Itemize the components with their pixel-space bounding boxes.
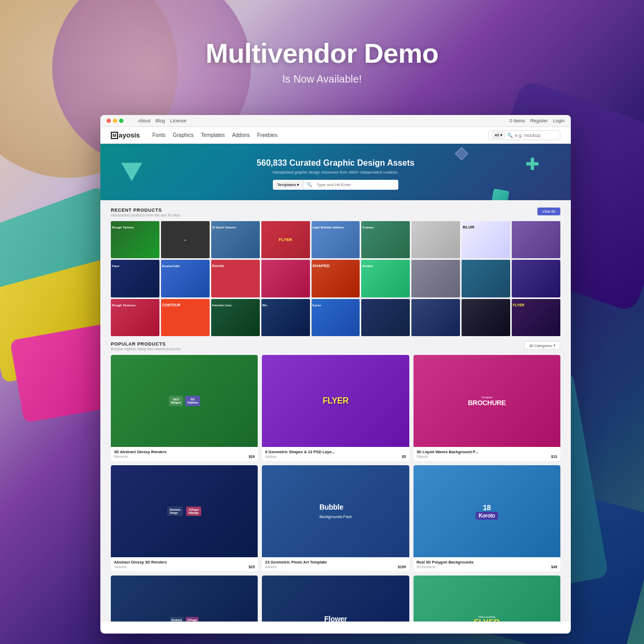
thumb-15[interactable]: Bubble xyxy=(361,260,410,297)
product-price-6: $49 xyxy=(551,565,557,569)
browser-dots xyxy=(107,119,123,123)
dot-green[interactable] xyxy=(119,119,123,123)
topbar-nav: About Blog License xyxy=(138,118,187,123)
banner-search-type[interactable]: Templates ▾ xyxy=(273,180,304,190)
product-thumb-5: BubbleBackgrounds Pack xyxy=(262,465,409,557)
product-meta-2: Addons $5 xyxy=(265,455,406,458)
blog-link[interactable]: Blog xyxy=(156,118,165,123)
chevron-down-icon: ▾ xyxy=(554,343,556,348)
search-icon: 🔍 xyxy=(304,182,312,187)
product-price-3: $13 xyxy=(551,455,557,458)
product-card-9[interactable]: Flat Looking FLYER 3D Liquid Waves Backg… xyxy=(413,576,560,622)
banner-triangle xyxy=(121,163,142,181)
thumb-20[interactable]: CONTOUR xyxy=(161,299,210,336)
dot-red[interactable] xyxy=(107,119,111,123)
product-card-5[interactable]: BubbleBackgrounds Pack 23 Geometric Phot… xyxy=(262,465,409,571)
login-link[interactable]: Login xyxy=(553,118,565,123)
recent-products-title: RECENT PRODUCTS xyxy=(111,208,180,213)
browser-content[interactable]: M ayosis Fonts Graphics Templates Addons… xyxy=(100,127,571,622)
thumb-5[interactable]: Light Bubble Addons xyxy=(312,221,360,258)
all-categories-button[interactable]: All Categories ▾ xyxy=(524,341,560,350)
popular-products-subtitle: Browse highest rating and viewed product… xyxy=(111,347,181,351)
thumb-26[interactable] xyxy=(462,299,510,336)
thumb-1[interactable]: Rough Texture xyxy=(111,221,159,258)
product-card-7[interactable]: BusinessBrochure 24 PagesInDesign 3D Abs… xyxy=(111,576,258,622)
browser-topbar: About Blog License 0 Items Register Logi… xyxy=(100,115,571,127)
thumb-27[interactable]: FLYER xyxy=(512,299,560,336)
thumb-9[interactable] xyxy=(512,221,560,258)
product-info-1: 3D Abstract Glossy Renders Elements $26 xyxy=(111,447,258,461)
product-meta-6: 3D Elements $49 xyxy=(417,565,557,569)
site-logo[interactable]: M ayosis xyxy=(111,131,140,139)
product-info-3: 3D Liquid Waves Background P... Objects … xyxy=(413,447,560,461)
thumb-3[interactable]: 30 Splash Textures xyxy=(211,221,260,258)
product-card-1[interactable]: GEOShapes PSAddons 3D Abstract Glossy Re… xyxy=(111,355,258,461)
nav-graphics[interactable]: Graphics xyxy=(173,132,194,138)
nav-freebies[interactable]: Freebies xyxy=(257,132,278,138)
thumb-23[interactable]: Kyrez xyxy=(312,299,360,336)
site-nav-links: Fonts Graphics Templates Addons Freebies xyxy=(152,132,277,138)
thumb-16[interactable] xyxy=(411,260,460,297)
thumb-22[interactable]: 50+ xyxy=(261,299,310,336)
cart-count[interactable]: 0 Items xyxy=(510,118,525,123)
thumb-7[interactable] xyxy=(411,221,460,258)
popular-products-header: POPULAR PRODUCTS Browse highest rating a… xyxy=(111,341,560,351)
product-meta-1: Elements $26 xyxy=(114,455,255,458)
site-search[interactable]: All ▾ 🔍 xyxy=(488,130,560,140)
thumb-19[interactable]: Rough Textures xyxy=(111,299,159,336)
recent-products-title-group: RECENT PRODUCTS Handpicked products from… xyxy=(111,208,180,217)
thumb-12[interactable]: Koroto xyxy=(211,260,260,297)
banner-plus-icon: ✚ xyxy=(525,154,539,174)
site-navbar: M ayosis Fonts Graphics Templates Addons… xyxy=(100,127,571,144)
popular-products-grid: GEOShapes PSAddons 3D Abstract Glossy Re… xyxy=(111,355,560,622)
product-card-3[interactable]: Creative BROCHURE 3D Liquid Waves Backgr… xyxy=(413,355,560,461)
thumb-11[interactable]: Brushed Addn xyxy=(161,260,210,297)
search-category-dropdown[interactable]: All ▾ xyxy=(492,132,505,139)
about-link[interactable]: About xyxy=(138,118,151,123)
thumb-6[interactable]: Frames xyxy=(361,221,410,258)
popular-products-title: POPULAR PRODUCTS xyxy=(111,341,181,347)
banner-search[interactable]: Templates ▾ 🔍 xyxy=(273,180,398,190)
hero-banner: ✚ 560,833 Curated Graphic Design Assets … xyxy=(100,144,571,200)
dot-yellow[interactable] xyxy=(113,119,117,123)
thumb-10[interactable]: Flare xyxy=(111,260,159,297)
thumb-14[interactable]: SHAPED xyxy=(312,260,360,297)
product-card-6[interactable]: 18 Koroto Real 3D Polygon Backgrounds 3D… xyxy=(413,465,560,571)
product-card-4[interactable]: BrochureDesign 24 PagesInDesign Abstract… xyxy=(111,465,258,571)
nav-fonts[interactable]: Fonts xyxy=(152,132,165,138)
section-separator xyxy=(111,336,560,341)
product-meta-5: Addons $199 xyxy=(265,565,406,569)
popular-products-title-group: POPULAR PRODUCTS Browse highest rating a… xyxy=(111,341,181,351)
banner-search-input[interactable] xyxy=(312,180,398,190)
thumb-13[interactable] xyxy=(261,260,310,297)
nav-addons[interactable]: Addons xyxy=(232,132,250,138)
product-price-1: $26 xyxy=(249,455,255,458)
thumb-4[interactable]: FLYER xyxy=(261,221,310,258)
nav-templates[interactable]: Templates xyxy=(201,132,225,138)
thumb-18[interactable] xyxy=(512,260,560,297)
view-all-button[interactable]: View All xyxy=(537,208,560,215)
thumb-21[interactable]: Futuristic Lines xyxy=(211,299,260,336)
search-input[interactable] xyxy=(515,133,557,138)
content-area: RECENT PRODUCTS Handpicked products from… xyxy=(100,200,571,622)
product-card-2[interactable]: FLYER 8 Geometric Shapes & 12 PSD Laye..… xyxy=(262,355,409,461)
product-thumb-8: Flower Addons xyxy=(262,576,409,622)
product-thumb-4: BrochureDesign 24 PagesInDesign xyxy=(111,465,258,557)
product-category-3: Objects xyxy=(417,455,428,458)
thumb-25[interactable] xyxy=(411,299,460,336)
product-thumb-1: GEOShapes PSAddons xyxy=(111,355,258,447)
product-name-6: Real 3D Polygon Backgrounds xyxy=(417,560,557,565)
browser-window: About Blog License 0 Items Register Logi… xyxy=(100,115,571,634)
thumb-24[interactable] xyxy=(361,299,410,336)
thumb-17[interactable] xyxy=(462,260,510,297)
thumb-8[interactable]: BLUR xyxy=(462,221,510,258)
search-icon: 🔍 xyxy=(507,133,513,138)
product-card-8[interactable]: Flower Addons 8 Geometric Shapes & 12 PS… xyxy=(262,576,409,622)
license-link[interactable]: License xyxy=(170,118,187,123)
product-thumb-3: Creative BROCHURE xyxy=(413,355,560,447)
product-info-5: 23 Geometric Photo Art Template Addons $… xyxy=(262,557,409,571)
thumb-2[interactable]: + xyxy=(161,221,210,258)
register-link[interactable]: Register xyxy=(530,118,548,123)
product-meta-3: Objects $13 xyxy=(417,455,557,458)
product-name-4: Abstract Glossy 3D Renders xyxy=(114,560,255,565)
